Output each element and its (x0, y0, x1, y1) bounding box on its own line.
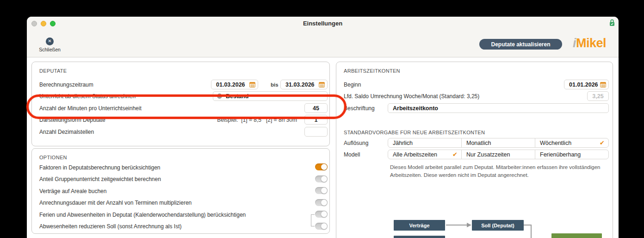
dezimal-input[interactable] (304, 127, 328, 137)
date-to-field[interactable]: 31.03.2026 (280, 80, 328, 89)
beschriftung-input[interactable]: Arbeitszeitkonto (388, 103, 609, 113)
toggle-label: Faktoren in Deputatsberechnung berücksic… (39, 164, 161, 171)
close-button[interactable]: ✕ Schließen (37, 36, 62, 52)
modell-segmented-control: Alle Arbeitszeiten ✔ Nur Zusatzzeiten ✔ … (388, 150, 609, 159)
dezimal-label: Anzahl Dezimalstellen (39, 129, 94, 135)
minuten-label: Anzahl der Minuten pro Unterrichtseinhei… (39, 105, 142, 112)
modell-description: Dieses Modell arbeitet parallel zum Depu… (390, 163, 605, 179)
standardvorgabe-title: STANDARDVORGABE FÜR NEUE ARBEITSZEITKONT… (344, 130, 485, 135)
imikel-logo: iMikel (573, 36, 606, 50)
diagram-arrow-icon (446, 222, 471, 228)
segment-ferienueberhang[interactable]: Ferienüberhang ✔ (535, 150, 608, 159)
segment-label: Jährlich (393, 140, 413, 146)
optionen-title: OPTIONEN (39, 155, 67, 160)
aufloesung-label: Auflösung (344, 140, 368, 146)
status-dropdown[interactable]: Bestand (213, 91, 328, 101)
darstellung-input[interactable]: 1 (304, 115, 328, 125)
minuten-input[interactable]: 45 (304, 103, 328, 113)
deputate-title: DEPUTATE (39, 68, 67, 74)
toggle-vertraege-areale[interactable] (315, 187, 328, 194)
segment-woechentlich[interactable]: Wöchentlich ✔ (535, 138, 608, 147)
darstellung-hint: Beispiel: [1] = 8,5 [2] = 8h 30m (217, 117, 297, 123)
segment-alle-arbeitszeiten[interactable]: Alle Arbeitszeiten ✔ (388, 150, 461, 159)
logo-rest: Mikel (576, 36, 606, 50)
logo-i: i (573, 36, 576, 50)
calendar-icon[interactable] (600, 82, 606, 88)
segment-label: Wöchentlich (540, 140, 571, 146)
toggle-gruppenunterricht[interactable] (315, 175, 328, 182)
date-from-field[interactable]: 01.03.2026 (211, 80, 258, 89)
beschriftung-label: Beschriftung (344, 105, 375, 112)
beginn-label: Beginn (344, 81, 361, 88)
calendar-icon[interactable] (249, 82, 255, 88)
darstellung-label: Darstellungsform Deputate (39, 117, 105, 123)
bis-label: bis (271, 82, 279, 88)
update-deputate-button[interactable]: Deputate aktualisieren (479, 39, 562, 50)
toggle-label: Anrechnungsdauer mit der Anzahl von Term… (39, 200, 192, 206)
close-icon: ✕ (46, 38, 54, 45)
berechnungszeitraum-label: Berechnungszeitraum (39, 81, 93, 88)
diagram-box-soll-deputat: Soll (Deputat) (472, 220, 524, 231)
toggle-label: Ferien und Abwesenheiten in Deputat (Kal… (39, 212, 246, 218)
toggle-anrechnungsdauer[interactable] (315, 199, 328, 206)
check-icon: ✔ (600, 139, 605, 146)
content-area: DEPUTATE Berechnungszeitraum 01.03.2026 … (27, 57, 619, 238)
date-to-value: 31.03.2026 (285, 81, 315, 88)
diagram-box-vertraege: Verträge (394, 220, 445, 231)
window-title: Einstellungen (27, 20, 619, 27)
calendar-icon[interactable] (319, 82, 325, 88)
check-icon: ✔ (452, 151, 458, 158)
lock-check-icon (609, 19, 615, 26)
panel-deputate: DEPUTATE Berechnungszeitraum 01.03.2026 … (31, 62, 330, 146)
aufloesung-segmented-control: Jährlich ✔ Monatlich ✔ Wöchentlich ✔ (388, 138, 609, 148)
segment-monatlich[interactable]: Monatlich ✔ (461, 138, 535, 147)
segment-label: Ferienüberhang (540, 151, 581, 158)
toggle-label: Abwesenheiten reduzieren Soll (sonst Anr… (39, 223, 182, 230)
diagram-box-partial-green (551, 233, 602, 238)
panel-optionen: OPTIONEN Faktoren in Deputatsberechnung … (31, 148, 330, 234)
close-button-label: Schließen (37, 47, 62, 52)
diagram-box-partial (394, 236, 445, 238)
status-value: Bestand (226, 93, 248, 100)
toggle-abwesenheiten-soll[interactable] (315, 223, 328, 230)
arbeitszeitkonten-title: ARBEITSZEITKONTEN (344, 68, 400, 74)
toggle-label: Anteil Gruppenunterricht zeitgewichtet b… (39, 176, 161, 182)
diagram-connector-line (524, 223, 535, 238)
beginn-date-field[interactable]: 01.01.2026 (564, 80, 609, 89)
settings-window: Einstellungen ✕ Schließen Deputate aktua… (27, 17, 619, 238)
beginn-date-value: 01.01.2026 (569, 81, 598, 88)
toggle-ferien-abwesenheiten[interactable] (315, 211, 328, 218)
segment-jaehrlich[interactable]: Jährlich ✔ (388, 138, 461, 147)
toggle-faktoren[interactable] (315, 163, 328, 170)
segment-nur-zusatzzeiten[interactable]: Nur Zusatzzeiten ✔ (461, 150, 535, 159)
segment-label: Alle Arbeitszeiten (393, 151, 437, 158)
saldo-input[interactable]: 3,25 (587, 91, 609, 101)
date-from-value: 01.03.2026 (216, 81, 245, 88)
panel-arbeitszeitkonten: ARBEITSZEITKONTEN Beginn 01.01.2026 Lfd.… (336, 62, 613, 238)
toolbar: ✕ Schließen Deputate aktualisieren iMike… (27, 31, 619, 57)
toggle-link-bracket (311, 214, 315, 226)
segment-label: Nur Zusatzzeiten (466, 151, 510, 158)
modell-label: Modell (344, 151, 360, 158)
toggle-label: Verträge auf Areale buchen (39, 188, 106, 194)
status-dot-icon (217, 94, 222, 99)
segment-label: Monatlich (466, 140, 491, 146)
saldo-label: Lfd. Saldo Umrechnung Woche/Monat (Stand… (344, 93, 479, 100)
status-label: Unterricht ab diesem Status anrechnen (39, 93, 136, 100)
title-bar: Einstellungen (27, 17, 619, 31)
